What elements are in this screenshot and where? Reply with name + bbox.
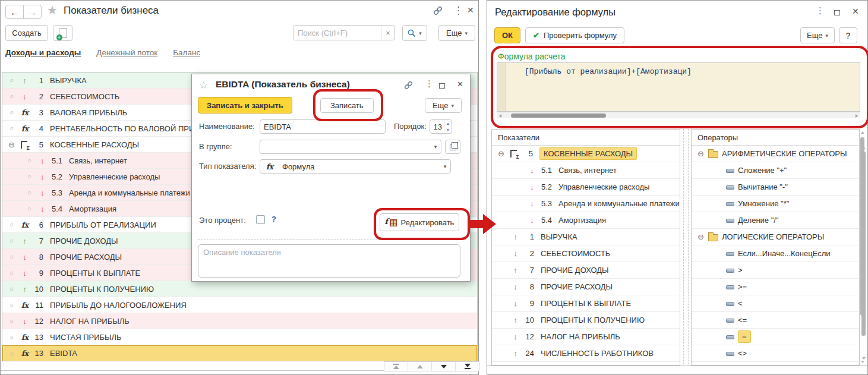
forward-button[interactable]: → — [23, 5, 42, 19]
maximize-icon[interactable] — [834, 8, 840, 17]
description-textarea[interactable] — [198, 244, 460, 278]
tree-marker-icon[interactable]: ⊖ — [696, 232, 705, 241]
tree-marker-icon[interactable]: ⊖ — [7, 140, 16, 149]
tree-marker-icon[interactable]: ⊖ — [497, 149, 506, 158]
operators-scrollbar[interactable] — [860, 130, 865, 364]
row-type-icon: ↑ — [510, 232, 521, 241]
scroll-up-icon[interactable] — [861, 131, 864, 134]
scroll-down-icon[interactable] — [861, 361, 864, 363]
clear-search-icon[interactable]: × — [381, 26, 394, 40]
list-row[interactable]: ⊖ АРИФМЕТИЧЕСКИЕ ОПЕРАТОРЫ — [692, 146, 859, 162]
tree-marker-icon[interactable]: ⊖ — [696, 149, 705, 158]
list-row[interactable]: ↓ 12 НАЛОГ НА ПРИБЫЛЬ — [492, 329, 680, 345]
menu-dots-icon[interactable]: ⋮ — [816, 5, 825, 16]
order-stepper[interactable]: 13 ▲▼ — [430, 119, 452, 134]
list-row[interactable]: ⊖ 5 КОСВЕННЫЕ РАСХОДЫ — [492, 146, 680, 162]
move-top-button[interactable] — [384, 362, 408, 371]
spinner[interactable]: ▲▼ — [444, 120, 452, 133]
tab-balance[interactable]: Баланс — [173, 48, 200, 57]
row-type-icon: ↑ — [510, 316, 521, 324]
list-row[interactable]: ↑ 1 ВЫРУЧКА — [492, 229, 680, 245]
move-bottom-button[interactable] — [455, 362, 479, 371]
list-row[interactable]: ↓ 5.4 Амортизация — [492, 212, 680, 229]
list-row[interactable]: ↓ 2 СЕБЕСТОИМОСТЬ — [492, 245, 680, 262]
name-field[interactable] — [260, 119, 386, 134]
favorite-star-icon[interactable]: ☆ — [199, 79, 208, 92]
edit-formula-button[interactable]: f Редактировать — [380, 213, 459, 231]
list-row[interactable]: ↓ 5.2 Управленческие расходы — [492, 179, 680, 196]
help-link[interactable]: ? — [272, 215, 276, 223]
menu-dots-icon[interactable]: ⋮ — [425, 78, 434, 89]
spin-up-icon[interactable]: ▲ — [444, 120, 452, 127]
percent-checkbox[interactable] — [256, 215, 265, 224]
list-row[interactable]: Сложение "+" — [692, 162, 859, 179]
dashed-divider — [198, 240, 466, 240]
new-document-button[interactable] — [53, 25, 72, 41]
formula-editor[interactable]: [Прибыль от реализации]+[Амортизаци] — [497, 62, 860, 112]
tree-marker-icon: ○ — [7, 109, 16, 116]
spin-down-icon[interactable]: ▼ — [444, 127, 452, 133]
search-input[interactable] — [293, 26, 381, 40]
list-row[interactable]: < — [692, 295, 859, 312]
scrollbar-thumb[interactable] — [860, 137, 864, 316]
list-row[interactable]: <> — [692, 345, 859, 362]
chevron-down-icon[interactable]: ▾ — [430, 140, 441, 153]
horizontal-scrollbar[interactable] — [497, 112, 860, 118]
list-row[interactable]: ↓ 9 ПРОЦЕНТЫ К ВЫПЛАТЕ — [492, 295, 680, 312]
list-row[interactable]: ↑ 10 ПРОЦЕНТЫ К ПОЛУЧЕНИЮ — [492, 312, 680, 329]
list-row[interactable]: Если...Иначе...КонецЕсли — [692, 245, 859, 262]
list-row[interactable]: ↓ 8 ПРОЧИЕ РАСХОДЫ — [492, 279, 680, 295]
group-select[interactable]: ▾ — [260, 140, 441, 154]
scroll-left-icon[interactable] — [499, 114, 501, 118]
scroll-right-icon[interactable] — [856, 114, 858, 118]
list-row[interactable]: ○ ↑ 10 ПРОЦЕНТЫ К ПОЛУЧЕНИЮ — [2, 281, 477, 297]
check-formula-label: Проверить формулу — [544, 31, 617, 40]
panel-splitter[interactable] — [683, 129, 689, 364]
list-row[interactable]: ⊖ ЛОГИЧЕСКИЕ ОПЕРАТОРЫ — [692, 229, 859, 245]
group-open-button[interactable] — [445, 140, 460, 154]
list-row[interactable]: ○ ↓ 12 НАЛОГ НА ПРИБЫЛЬ — [2, 313, 477, 329]
back-button[interactable]: ← — [5, 5, 24, 19]
close-icon[interactable]: ✕ — [457, 80, 463, 89]
row-type-icon — [726, 185, 734, 190]
save-and-close-button[interactable]: Записать и закрыть — [198, 97, 292, 114]
tab-cash-flow[interactable]: Денежный поток — [96, 48, 157, 57]
list-row[interactable]: ○ fx 13 EBIDTA — [2, 345, 477, 361]
check-icon: ✔ — [533, 31, 539, 40]
list-row[interactable]: ↓ 5.3 Аренда и коммунальные платежи — [492, 196, 680, 212]
list-row[interactable]: = — [692, 329, 859, 345]
scrollbar-thumb[interactable] — [511, 114, 606, 118]
more-button[interactable]: Еще ▾ — [425, 98, 462, 113]
move-down-button[interactable] — [431, 362, 455, 371]
list-row[interactable]: ↑ 7 ПРОЧИЕ ДОХОДЫ — [492, 262, 680, 279]
search-button[interactable]: ▾ — [402, 25, 427, 41]
list-row[interactable]: ○ fx 13 ЧИСТАЯ ПРИБЫЛЬ — [2, 329, 477, 345]
create-button[interactable]: Создать — [5, 25, 48, 41]
list-row[interactable]: Вычитание "-" — [692, 179, 859, 196]
maximize-icon[interactable] — [439, 81, 445, 90]
list-row[interactable]: ○ fx 11 ПРИБЫЛЬ ДО НАЛОГООБЛОЖЕНИЯ — [2, 297, 477, 313]
ok-button[interactable]: ОК — [494, 27, 520, 43]
close-icon[interactable]: ✕ — [852, 7, 859, 16]
list-row[interactable]: Умножение "*" — [692, 196, 859, 212]
list-row[interactable]: Деление "/" — [692, 212, 859, 229]
help-button[interactable]: ? — [839, 27, 857, 43]
check-formula-button[interactable]: ✔ Проверить формулу — [525, 27, 624, 43]
list-row[interactable]: >= — [692, 279, 859, 295]
save-button[interactable]: Записать — [320, 98, 374, 113]
menu-dots-icon[interactable]: ⋮ — [453, 4, 463, 17]
close-icon[interactable]: ✕ — [467, 5, 474, 15]
list-row[interactable]: <= — [692, 312, 859, 329]
list-row[interactable]: > — [692, 262, 859, 279]
tab-incomes-expenses[interactable]: Доходы и расходы — [5, 48, 81, 57]
list-row[interactable]: ↑ 24 ЧИСЛЕННОСТЬ РАБОТНИКОВ — [492, 345, 680, 362]
link-icon[interactable] — [433, 6, 443, 15]
more-button[interactable]: Еще ▾ — [800, 27, 835, 43]
type-select[interactable]: fxФормула ▾ — [260, 159, 451, 174]
more-button[interactable]: Еще ▾ — [438, 25, 475, 41]
link-icon[interactable] — [403, 81, 414, 90]
list-row[interactable]: ↓ 5.1 Связь, интернет — [492, 162, 680, 179]
favorite-star-icon[interactable]: ★ — [47, 3, 58, 17]
chevron-down-icon[interactable]: ▾ — [440, 160, 450, 173]
move-up-button[interactable] — [408, 362, 431, 371]
